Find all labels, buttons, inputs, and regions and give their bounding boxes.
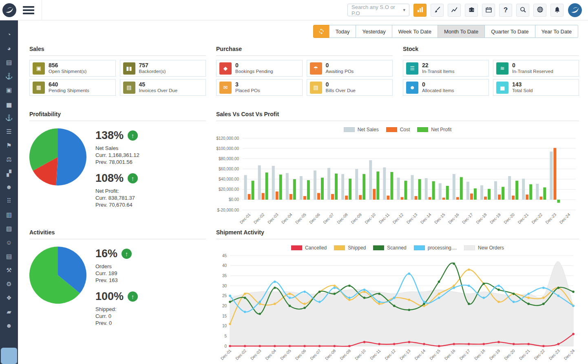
svg-text:Dec-16: Dec-16 [447, 212, 460, 225]
topbar-buttons: ? [413, 4, 564, 17]
dashboard-icon[interactable]: ◔ [0, 28, 18, 42]
activities-pie-chart[interactable] [29, 247, 86, 304]
layers-icon[interactable]: ❖ [0, 291, 18, 305]
kpi-card-bills-over-due[interactable]: ▤0Bills Over Due [307, 79, 393, 96]
stat-block: 16%↑OrdersCurr. 189Prev. 163 [95, 247, 138, 284]
bills-icon[interactable]: ▤ [0, 249, 18, 263]
kpi-card-in-transit-reserved[interactable]: ≋0In-Transit Reserved [493, 60, 579, 77]
menu-toggle-button[interactable] [23, 5, 34, 15]
activities-section: Activities 16%↑OrdersCurr. 189Prev. 1631… [29, 229, 206, 333]
kpi-value: 0 [326, 81, 356, 88]
svg-text:Dec-23: Dec-23 [545, 212, 557, 225]
svg-text:Dec-18: Dec-18 [475, 212, 488, 225]
invoices-icon[interactable]: ▤ [0, 55, 18, 69]
kpi-card-backorder-s[interactable]: ▮▮757Backorder(s) [120, 60, 206, 77]
stat-percent: 16% [95, 247, 117, 260]
stat-block: 100%↑Shipped:Curr. 0Prev. 0 [95, 290, 138, 326]
legend-item-net-profit[interactable]: Net Profit [417, 127, 451, 132]
outbound-icon[interactable]: ⚓ [0, 111, 18, 125]
kpi-label: Bookings Pending [235, 69, 273, 75]
refresh-button[interactable] [313, 25, 329, 38]
svg-text:0: 0 [224, 344, 227, 349]
kpi-value: 757 [139, 62, 166, 69]
tab-today[interactable]: Today [329, 25, 356, 38]
pie-slice-net-sales[interactable] [56, 128, 86, 185]
globe-icon [537, 6, 544, 14]
analytics-icon[interactable]: ▞ [0, 166, 18, 180]
svg-text:Dec-12: Dec-12 [392, 212, 405, 225]
svg-text:Dec-15: Dec-15 [433, 212, 446, 225]
kpi-card-total-sold[interactable]: ▅143Total Sold [493, 79, 579, 96]
paint-brush-button[interactable] [431, 4, 444, 17]
tab-quarter-to-date[interactable]: Quarter To Date [484, 25, 535, 38]
bell-button[interactable] [550, 4, 564, 17]
bar-chart-button[interactable] [413, 4, 427, 17]
sidebar: ◔◕▤⚓▣▅⚓☰⚑⚖▞☻⠿▥▨☺▤⚒⚙❖▰☻ [0, 20, 18, 364]
performance-icon[interactable]: ◕ [0, 42, 18, 55]
profitability-section: Profitability 138%↑Net SalesCurr. 1,168,… [29, 111, 206, 215]
legend-item-cancelled[interactable]: Cancelled [291, 245, 327, 251]
tab-yesterday[interactable]: Yesterday [356, 25, 392, 38]
legend-item-processing[interactable]: processing.... [414, 245, 457, 251]
copies-icon[interactable]: ▨ [0, 222, 18, 236]
profitability-pie-chart[interactable] [29, 128, 86, 185]
file-icon: ▤ [123, 82, 135, 94]
line-chart-button[interactable] [448, 4, 461, 17]
tab-month-to-date[interactable]: Month To Date [438, 25, 485, 38]
tab-year-to-date[interactable]: Year To Date [535, 25, 578, 38]
calendar-button[interactable] [482, 4, 495, 17]
settings-icon[interactable]: ⚙ [0, 277, 18, 291]
search-button[interactable] [516, 4, 529, 17]
kpi-label: Total Sold [512, 88, 533, 94]
calendar-icon: ▦ [33, 82, 45, 94]
kpi-value: 0 [512, 62, 553, 69]
user-avatar[interactable] [568, 3, 582, 18]
briefcase-button[interactable] [465, 4, 478, 17]
tab-week-to-date[interactable]: Week To Date [392, 25, 438, 38]
svg-text:$-20,000.00: $-20,000.00 [217, 208, 239, 212]
stat-line: Orders [95, 263, 138, 270]
svg-text:Dec-05: Dec-05 [279, 348, 292, 361]
partners-icon[interactable]: ☻ [0, 180, 18, 194]
kpi-card-bookings-pending[interactable]: ◆0Bookings Pending [216, 60, 303, 77]
kpi-card-placed-pos[interactable]: ✉3Placed POs [216, 79, 303, 96]
legend-item-new-orders[interactable]: New Orders [464, 245, 504, 251]
svg-text:Dec-10: Dec-10 [354, 348, 367, 361]
kpi-card-pending-shipments[interactable]: ▦640Pending Shipments [29, 79, 116, 96]
team-icon[interactable]: ☻ [0, 319, 18, 333]
sidebar-scrollbar[interactable] [1, 348, 17, 364]
shipments-icon[interactable]: ⚓ [0, 69, 18, 83]
svg-text:Dec-15: Dec-15 [429, 348, 441, 361]
kpi-card-invoices-over-due[interactable]: ▤45Invoices Over Due [120, 79, 206, 96]
globe-button[interactable] [533, 4, 546, 17]
legend-item-scanned[interactable]: Scanned [373, 245, 406, 251]
balance-icon[interactable]: ⚖ [0, 152, 18, 166]
delivery-icon[interactable]: ⚑ [0, 139, 18, 152]
folders-icon[interactable]: ▰ [0, 305, 18, 319]
kpi-card-allocated-items[interactable]: ☻0Allocated Items [403, 79, 489, 96]
contacts-icon[interactable]: ☺ [0, 236, 18, 249]
legend-item-cost[interactable]: Cost [386, 127, 410, 132]
search-placeholder: Search any S.O or P.O [351, 4, 403, 16]
chevron-down-icon: ▾ [403, 7, 405, 13]
sales-cost-profit-chart[interactable]: $-20,000.00$0.00$20,000.00$40,000.00$60,… [216, 135, 578, 229]
svg-text:Dec-06: Dec-06 [294, 348, 307, 361]
svg-text:30: 30 [222, 284, 227, 288]
legend-item-shipped[interactable]: Shipped [334, 245, 366, 251]
shipment-activity-chart[interactable]: 051015202530354045Dec-01Dec-02Dec-03Dec-… [216, 253, 578, 364]
kpi-card-open-shipment-s[interactable]: ▣856Open Shipment(s) [29, 60, 116, 77]
orders-icon[interactable]: ☰ [0, 125, 18, 139]
legend-item-net-sales[interactable]: Net Sales [344, 127, 379, 132]
documents-icon[interactable]: ▥ [0, 208, 18, 222]
sales-stats-icon[interactable]: ▅ [0, 97, 18, 111]
tools-icon[interactable]: ⚒ [0, 263, 18, 277]
packages-icon[interactable]: ▣ [0, 83, 18, 97]
help-button[interactable]: ? [499, 4, 512, 17]
apps-icon[interactable]: ⠿ [0, 194, 18, 208]
topbar-left [0, 0, 42, 20]
svg-text:Dec-02: Dec-02 [234, 348, 247, 361]
search-input[interactable]: Search any S.O or P.O ▾ [347, 4, 409, 16]
kpi-card-awaiting-pos[interactable]: ☂0Awaiting POs [307, 60, 393, 77]
svg-text:Dec-22: Dec-22 [531, 212, 544, 225]
kpi-card-in-transit-items[interactable]: ☰22In-Transit Items [403, 60, 489, 77]
